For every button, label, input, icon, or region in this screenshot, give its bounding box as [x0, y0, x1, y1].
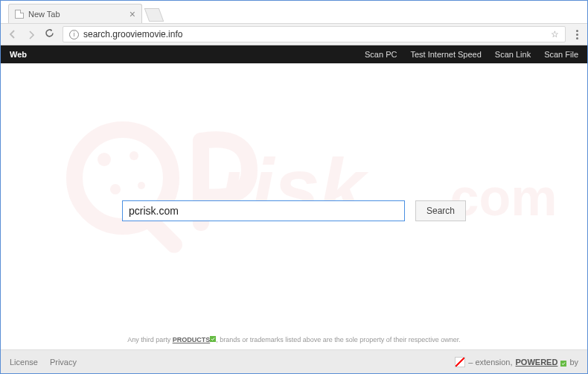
search-row: Search: [122, 200, 466, 221]
new-tab-button[interactable]: [144, 8, 164, 22]
site-info-icon[interactable]: i: [69, 30, 79, 39]
nav-scan-file[interactable]: Scan File: [544, 50, 578, 59]
footer-ext: – extension,: [468, 358, 512, 367]
footer: License Privacy – extension, POWERED by: [1, 349, 587, 373]
main-content: Search: [1, 63, 587, 329]
search-input[interactable]: [122, 200, 405, 221]
disclaimer-text: Any third party PRODUCTS, brands or trad…: [1, 336, 587, 343]
tab-title: New Tab: [28, 10, 60, 19]
svg-rect-13: [210, 336, 216, 342]
footer-by: by: [569, 358, 578, 367]
footer-privacy[interactable]: Privacy: [50, 358, 77, 367]
file-icon: [15, 10, 24, 19]
site-navbar: Web Scan PC Test Internet Speed Scan Lin…: [1, 45, 587, 63]
back-button[interactable]: [7, 28, 19, 40]
products-link[interactable]: PRODUCTS: [173, 336, 211, 343]
toolbar: i search.grooviemovie.info ☆: [1, 23, 587, 45]
address-bar[interactable]: i search.grooviemovie.info ☆: [63, 26, 566, 42]
check-icon: [210, 336, 216, 342]
footer-license[interactable]: License: [10, 358, 38, 367]
footer-powered[interactable]: POWERED: [516, 358, 558, 367]
browser-tab[interactable]: New Tab ×: [8, 4, 142, 23]
svg-rect-14: [560, 361, 566, 367]
url-text: search.grooviemovie.info: [83, 29, 182, 39]
check-icon: [560, 359, 566, 365]
nav-scan-link[interactable]: Scan Link: [495, 50, 531, 59]
forward-button[interactable]: [26, 29, 36, 39]
close-tab-icon[interactable]: ×: [130, 9, 135, 19]
nav-web[interactable]: Web: [10, 50, 27, 59]
reload-button[interactable]: [44, 28, 55, 42]
search-button[interactable]: Search: [415, 200, 466, 221]
tab-bar: New Tab ×: [1, 2, 587, 23]
browser-menu-button[interactable]: [573, 30, 581, 39]
broken-image-icon: [455, 357, 465, 367]
bookmark-star-icon[interactable]: ☆: [551, 29, 559, 39]
nav-scan-pc[interactable]: Scan PC: [365, 50, 397, 59]
nav-test-speed[interactable]: Test Internet Speed: [410, 50, 481, 59]
